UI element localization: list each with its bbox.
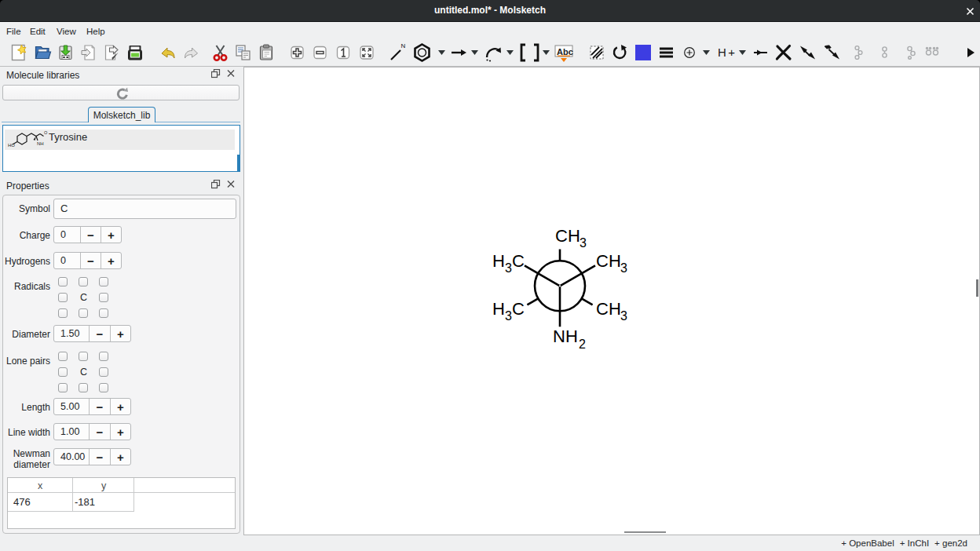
svg-text:N: N bbox=[401, 42, 406, 49]
svg-text:NH: NH bbox=[37, 141, 44, 146]
svg-text:CH: CH bbox=[596, 299, 621, 319]
svg-text:NH: NH bbox=[553, 327, 578, 346]
svg-text:Abc: Abc bbox=[557, 47, 573, 57]
svg-text:2: 2 bbox=[579, 338, 586, 351]
svg-text:H: H bbox=[492, 251, 505, 271]
svg-text:C: C bbox=[512, 251, 525, 271]
svg-text:3: 3 bbox=[580, 236, 587, 250]
svg-text:3: 3 bbox=[620, 261, 627, 275]
svg-text:3: 3 bbox=[505, 309, 512, 323]
svg-text:3: 3 bbox=[620, 309, 627, 323]
svg-text:3: 3 bbox=[505, 261, 512, 275]
svg-text:HO: HO bbox=[8, 143, 15, 148]
svg-text:CH: CH bbox=[555, 226, 580, 246]
svg-text:O: O bbox=[44, 130, 48, 135]
svg-text:C: C bbox=[512, 299, 525, 319]
svg-text:H: H bbox=[492, 299, 505, 319]
svg-text:H+: H+ bbox=[718, 46, 737, 59]
svg-text:CH: CH bbox=[596, 251, 621, 271]
